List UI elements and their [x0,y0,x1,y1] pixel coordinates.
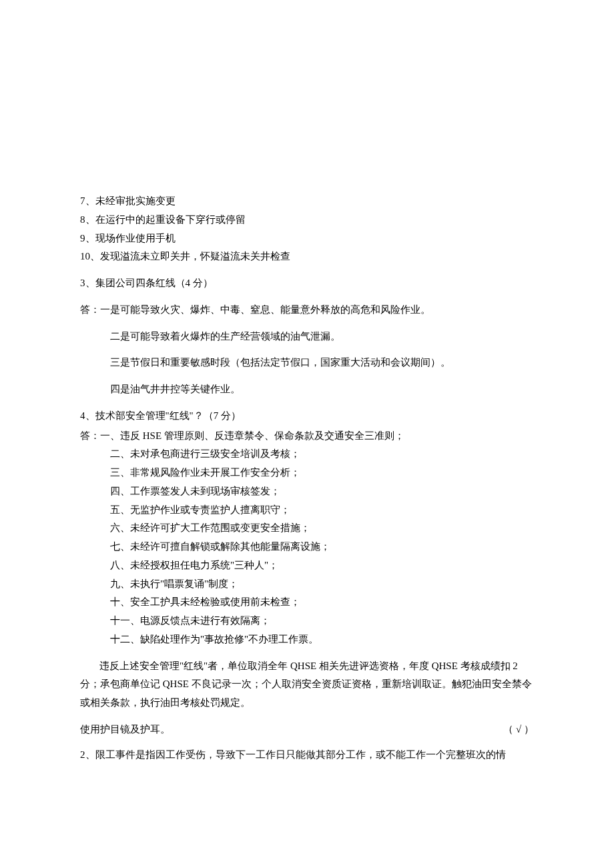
question-4-title: 4、技术部安全管理"红线"？（7 分） [80,407,534,426]
judge-item-mark: （ √ ） [503,721,534,739]
q4-answer-line-12: 十二、缺陷处理作为"事故抢修"不办理工作票。 [80,630,534,649]
judge-item-row: 使用护目镜及护耳。 （ √ ） [80,721,534,739]
q3-answer-line-4: 四是油气井井控等关键作业。 [80,380,534,399]
q4-answer-line-10: 十、安全工护具未经检验或使用前未检查； [80,593,534,612]
question-3-title: 3、集团公司四条红线（4 分） [80,274,534,293]
q3-answer-line-3: 三是节假日和重要敏感时段（包括法定节假口，国家重大活动和会议期间）。 [80,354,534,372]
q4-answer-line-1: 答：一、违反 HSE 管理原则、反违章禁令、保命条款及交通安全三准则； [80,427,534,446]
list-item-9: 9、现场作业使用手机 [80,230,534,248]
q4-answer-line-6: 六、未经许可扩大工作范围或变更安全措施； [80,519,534,538]
q4-answer-line-4: 四、工作票签发人未到现场审核签发； [80,482,534,501]
q4-answer-line-2: 二、未对承包商进行三级安全培训及考核； [80,445,534,464]
q4-answer-line-9: 九、未执行"唱票复诵"制度； [80,575,534,594]
q4-answer-line-11: 十一、电源反馈点未进行有效隔离； [80,612,534,630]
q3-answer-line-2: 二是可能导致着火爆炸的生产经营领域的油气泄漏。 [80,328,534,346]
list-item-8: 8、在运行中的起重设备下穿行或停留 [80,211,534,230]
judge-item-text: 使用护目镜及护耳。 [80,721,170,739]
q4-answer-line-5: 五、无监护作业或专责监护人擅离职守； [80,501,534,520]
q4-answer-line-8: 八、未经授权担任电力系统"三种人"； [80,556,534,575]
q3-answer-line-1: 答：一是可能导致火灾、爆炸、中毒、窒息、能量意外释放的高危和风险作业。 [80,301,534,320]
q4-answer-line-3: 三、非常规风险作业未开展工作安全分析； [80,464,534,482]
list-item-7: 7、未经审批实施变更 [80,192,534,211]
list-item-10: 10、发现溢流未立即关井，怀疑溢流未关井检查 [80,248,534,266]
question-2-fragment: 2、限工事件是指因工作受伤，导致下一工作日只能做其部分工作，或不能工作一个完整班… [80,746,534,765]
q4-penalty-paragraph: 违反上述安全管理"红线"者，单位取消全年 QHSE 相关先进评选资格，年度 QH… [80,657,534,713]
q4-answer-line-7: 七、未经许可擅自解锁或解除其他能量隔离设施； [80,538,534,556]
